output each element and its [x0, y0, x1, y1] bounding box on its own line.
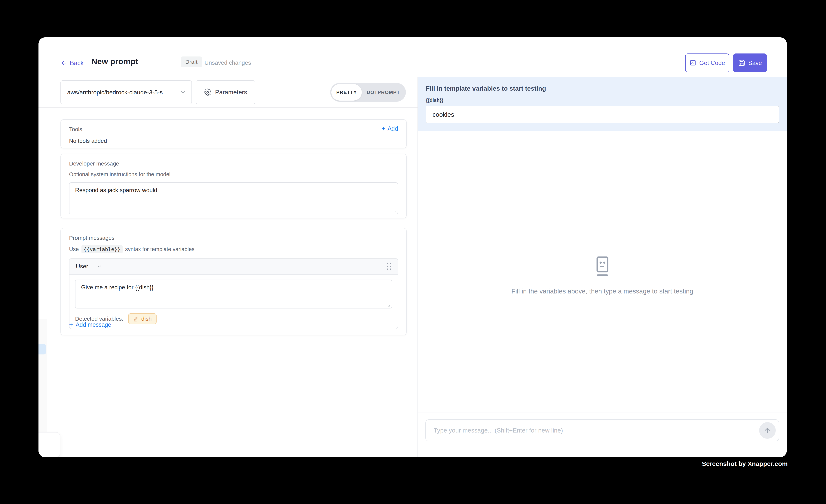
chat-message-input[interactable] [427, 427, 759, 434]
nav-drawer-sliver [39, 319, 47, 433]
chat-footer-divider [418, 412, 787, 413]
developer-message-textarea[interactable]: Respond as jack sparrow would [69, 182, 398, 214]
prompt-editor-panel: aws/anthropic/bedrock-claude-3-5-s... Pa… [39, 77, 417, 457]
chat-input-container [425, 419, 779, 441]
role-selector-value: User [76, 263, 88, 270]
page-title: New prompt [92, 57, 138, 66]
hint-code: {{variable}} [81, 245, 123, 253]
view-mode-toggle: PRETTY DOTPROMPT [330, 83, 406, 102]
prompt-messages-card: Prompt messages Use {{variable}} syntax … [60, 228, 407, 335]
empty-state-text: Fill in the variables above, then type a… [418, 288, 787, 295]
plus-icon: + [381, 126, 386, 132]
message-header: User [69, 259, 398, 275]
developer-message-title: Developer message [69, 161, 398, 167]
model-selector[interactable]: aws/anthropic/bedrock-claude-3-5-s... [60, 80, 192, 104]
tools-empty-text: No tools added [69, 138, 398, 144]
tools-card: Tools + Add No tools added [60, 119, 407, 148]
variable-value-input[interactable] [426, 106, 779, 123]
empty-state: Fill in the variables above, then type a… [418, 256, 787, 295]
save-label: Save [748, 60, 762, 66]
back-button[interactable]: Back [60, 60, 83, 67]
variable-chip-dish[interactable]: dish [128, 313, 157, 324]
get-code-button[interactable]: Get Code [685, 54, 729, 72]
hint-suffix: syntax for template variables [125, 246, 194, 252]
chevron-down-icon[interactable] [96, 263, 102, 269]
add-message-label: Add message [76, 321, 111, 328]
template-variables-hint: Use {{variable}} syntax for template var… [69, 245, 398, 253]
save-icon [738, 59, 745, 66]
toggle-option-dotprompt[interactable]: DOTPROMPT [362, 84, 405, 101]
editor-toolbar: aws/anthropic/bedrock-claude-3-5-s... Pa… [39, 77, 417, 108]
resize-handle-icon[interactable] [393, 209, 397, 213]
watermark-text: Screenshot by Xnapper.com [702, 460, 788, 467]
unsaved-changes-text: Unsaved changes [204, 60, 251, 66]
developer-message-subtitle: Optional system instructions for the mod… [69, 171, 398, 178]
status-badge: Draft [181, 57, 202, 67]
add-tool-label: Add [388, 125, 398, 132]
detected-variables-row: Detected variables: dish [75, 313, 392, 324]
variable-chip-label: dish [141, 316, 152, 322]
nav-drawer-active-item[interactable] [39, 344, 46, 355]
send-button[interactable] [759, 422, 776, 439]
variables-header-title: Fill in template variables to start test… [426, 85, 779, 92]
template-variables-header: Fill in template variables to start test… [418, 77, 787, 131]
prompt-messages-title: Prompt messages [69, 235, 398, 241]
tools-title: Tools [69, 126, 398, 132]
toggle-option-pretty[interactable]: PRETTY [331, 84, 362, 101]
detected-variables-label: Detected variables: [75, 316, 123, 322]
nav-drawer-popover [39, 432, 60, 457]
parameters-label: Parameters [215, 89, 247, 96]
test-panel: Fill in template variables to start test… [418, 77, 787, 457]
edit-pencil-icon [133, 316, 139, 322]
parameters-button[interactable]: Parameters [196, 80, 255, 104]
variable-name-label: {{dish}} [426, 98, 779, 103]
get-code-label: Get Code [699, 60, 725, 66]
arrow-left-icon [60, 60, 67, 66]
plus-icon: + [69, 322, 73, 328]
add-tool-button[interactable]: + Add [381, 125, 398, 132]
model-selector-value: aws/anthropic/bedrock-claude-3-5-s... [67, 89, 168, 96]
drag-handle-icon[interactable] [387, 263, 391, 270]
code-terminal-icon [690, 60, 696, 66]
app-header: Back New prompt Draft Unsaved changes Ge… [39, 37, 787, 77]
user-message-textarea[interactable]: Give me a recipe for {{dish}} [75, 279, 392, 309]
message-block: User Give me a recipe for {{dish}} [69, 258, 398, 329]
add-message-button[interactable]: + Add message [69, 321, 111, 328]
app-window: Back New prompt Draft Unsaved changes Ge… [39, 37, 787, 457]
developer-message-card: Developer message Optional system instru… [60, 154, 407, 218]
robot-face-icon [594, 256, 611, 277]
screenshot-background: Back New prompt Draft Unsaved changes Ge… [0, 0, 826, 504]
resize-handle-icon[interactable] [387, 303, 391, 307]
arrow-up-icon [764, 427, 771, 434]
gear-icon [204, 88, 212, 96]
chevron-down-icon [180, 89, 186, 96]
save-button[interactable]: Save [733, 54, 767, 72]
back-label: Back [70, 60, 83, 67]
hint-prefix: Use [69, 246, 79, 252]
message-body: Give me a recipe for {{dish}} Detected v… [69, 275, 398, 329]
